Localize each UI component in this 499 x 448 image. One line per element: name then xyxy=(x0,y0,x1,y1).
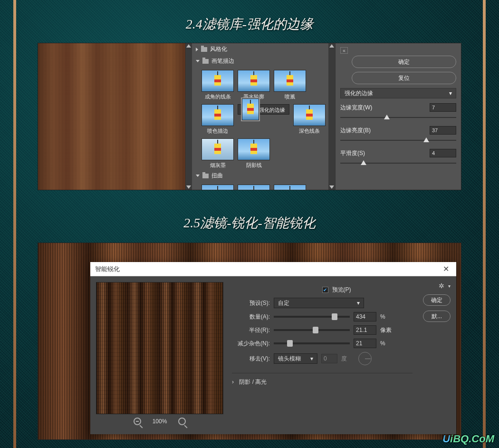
category-brush-strokes[interactable]: 画笔描边 xyxy=(192,55,328,67)
caret-down-icon xyxy=(196,60,200,62)
edge-width-slider[interactable] xyxy=(340,114,456,121)
chevron-right-icon: › xyxy=(232,379,234,385)
watermark: UiBQ.CoM xyxy=(442,433,494,445)
zoom-level: 100% xyxy=(153,418,167,425)
preview-label: 预览(P) xyxy=(332,286,351,294)
edge-width-label: 边缘宽度(W) xyxy=(340,104,372,112)
effect-dropdown[interactable]: 强化的边缘▾ xyxy=(340,88,456,98)
noise-slider[interactable] xyxy=(274,342,350,344)
effect-name: 强化的边缘 xyxy=(345,89,373,97)
angle-unit: 度 xyxy=(341,355,355,363)
category-stylize[interactable]: 风格化 xyxy=(192,43,328,55)
zoom-out-icon[interactable] xyxy=(134,418,141,425)
collapse-button[interactable]: « xyxy=(340,47,348,54)
reset-button[interactable]: 复位 xyxy=(352,72,456,84)
caret-right-icon xyxy=(196,48,198,51)
preview-checkbox[interactable]: ✔ xyxy=(322,287,328,293)
angle-dial[interactable] xyxy=(358,352,372,365)
ok-button[interactable]: 确定 xyxy=(352,56,456,68)
sharpen-preview-area: 100% xyxy=(96,282,223,429)
thumb-sprayed-strokes[interactable]: 喷色描边 xyxy=(202,104,234,135)
section-title-1: 2.4滤镜库-强化的边缘 xyxy=(0,15,499,33)
filter-settings: « 确定 复位 强化的边缘▾ 边缘宽度(W)7 边缘亮度(B)37 平滑度(S)… xyxy=(335,43,461,190)
gear-menu-icon[interactable]: ▾ xyxy=(448,283,451,289)
edge-brightness-slider[interactable] xyxy=(340,136,456,144)
scroll-up-icon[interactable] xyxy=(186,44,191,48)
thumb-distort-1[interactable] xyxy=(202,185,234,190)
remove-label: 移去(V): xyxy=(232,355,270,363)
noise-label: 减少杂色(N): xyxy=(232,340,270,348)
scroll-up-icon[interactable] xyxy=(329,44,334,48)
scroll-down-icon[interactable] xyxy=(329,185,334,189)
preset-select[interactable]: 自定▾ xyxy=(274,298,364,308)
radius-input[interactable]: 21.1 xyxy=(354,325,376,335)
smoothness-slider[interactable] xyxy=(340,159,456,167)
folder-icon xyxy=(201,47,207,52)
category-label: 风格化 xyxy=(210,45,227,53)
amount-label: 数量(A): xyxy=(232,313,270,321)
radius-unit: 像素 xyxy=(380,326,393,334)
smart-sharpen-dialog: 智能锐化 ✕ 100% ✔ 预览(P) 预设(S): 自定▾ xyxy=(90,262,456,434)
sharpen-controls: ✔ 预览(P) 预设(S): 自定▾ 数量(A): 434 % 半径(R): 2… xyxy=(230,282,414,429)
thumb-spatter[interactable]: 喷溅 xyxy=(274,70,306,100)
smoothness-input[interactable]: 4 xyxy=(430,149,456,157)
filter-tree: 风格化 画笔描边 成角的线条 墨水轮廓 喷溅 喷色描边 强化的边缘 深色线条 烟… xyxy=(192,43,328,190)
thumb-distort-2[interactable] xyxy=(238,185,270,190)
filter-gallery-panel: 风格化 画笔描边 成角的线条 墨水轮廓 喷溅 喷色描边 强化的边缘 深色线条 烟… xyxy=(38,43,461,190)
preset-label: 预设(S): xyxy=(232,299,270,307)
thumb-dark-strokes[interactable]: 深色线条 xyxy=(293,104,326,135)
shadows-highlights-expander[interactable]: › 阴影 / 高光 xyxy=(232,373,413,386)
caret-down-icon xyxy=(196,175,200,177)
amount-unit: % xyxy=(380,313,393,320)
amount-slider[interactable] xyxy=(274,316,350,318)
category-label: 画笔描边 xyxy=(211,57,234,65)
edge-width-input[interactable]: 7 xyxy=(430,103,456,112)
amount-input[interactable]: 434 xyxy=(354,312,376,321)
section-title-2: 2.5滤镜-锐化-智能锐化 xyxy=(0,214,499,232)
thumb-ink-outlines[interactable]: 墨水轮廓 xyxy=(238,70,270,100)
thumb-angled-strokes[interactable]: 成角的线条 xyxy=(202,70,234,100)
watermark-text: iBQ.CoM xyxy=(450,433,494,445)
radius-slider[interactable] xyxy=(274,329,350,331)
default-button[interactable]: 默... xyxy=(423,311,451,322)
thumb-crosshatch[interactable]: 阴影线 xyxy=(238,138,270,169)
folder-icon xyxy=(202,59,209,64)
chevron-down-icon: ▾ xyxy=(357,300,360,306)
folder-icon xyxy=(202,174,209,178)
gear-icon[interactable]: ✲ xyxy=(439,282,445,289)
edge-brightness-label: 边缘亮度(B) xyxy=(340,127,371,135)
smart-sharpen-panel: 智能锐化 ✕ 100% ✔ 预览(P) 预设(S): 自定▾ xyxy=(38,243,461,440)
dialog-title: 智能锐化 xyxy=(95,265,120,273)
ok-button[interactable]: 确定 xyxy=(423,294,451,306)
edge-brightness-input[interactable]: 37 xyxy=(430,126,456,135)
thumb-accented-edges[interactable]: 强化的边缘 xyxy=(238,104,289,115)
radius-label: 半径(R): xyxy=(232,326,270,334)
noise-input[interactable]: 21 xyxy=(354,339,376,348)
preview-scrollbar[interactable] xyxy=(185,43,192,190)
zoom-in-icon[interactable] xyxy=(178,418,186,425)
scroll-down-icon[interactable] xyxy=(186,185,191,189)
thumb-distort-3[interactable] xyxy=(274,185,306,190)
category-distort[interactable]: 扭曲 xyxy=(192,170,328,182)
smoothness-label: 平滑度(S) xyxy=(340,149,365,157)
close-button[interactable]: ✕ xyxy=(440,263,451,275)
sharpen-preview[interactable] xyxy=(96,282,223,414)
chevron-down-icon: ▾ xyxy=(310,355,313,362)
chevron-down-icon: ▾ xyxy=(449,90,452,97)
category-label: 扭曲 xyxy=(211,172,223,180)
remove-select[interactable]: 镜头模糊▾ xyxy=(274,353,317,364)
thumb-sumi-e[interactable]: 烟灰墨 xyxy=(202,138,234,169)
angle-input: 0 xyxy=(321,354,337,363)
filter-preview xyxy=(38,43,185,190)
noise-unit: % xyxy=(380,340,393,347)
dialog-titlebar: 智能锐化 ✕ xyxy=(90,262,456,276)
tree-scrollbar[interactable] xyxy=(328,43,335,190)
